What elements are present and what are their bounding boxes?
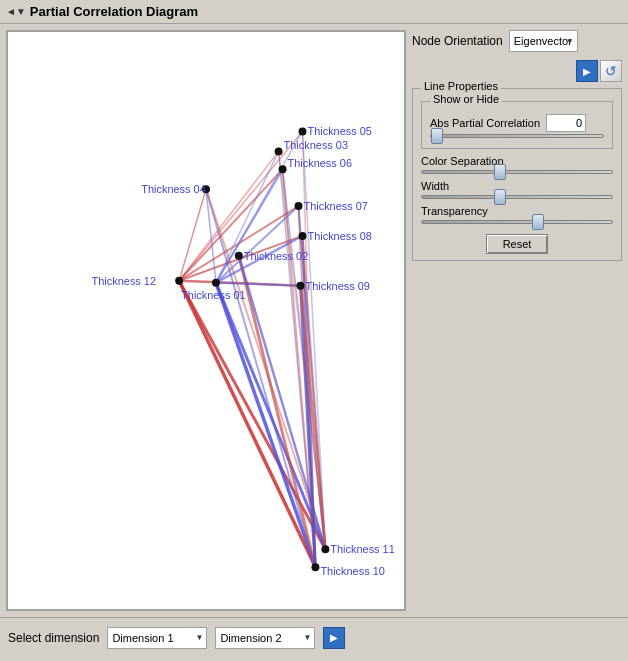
transparency-thumb[interactable]: [532, 214, 544, 230]
svg-text:Thickness 10: Thickness 10: [320, 565, 384, 577]
svg-text:Thickness 08: Thickness 08: [307, 230, 371, 242]
orientation-arrow-button[interactable]: ▶: [576, 60, 598, 82]
svg-text:Thickness 04: Thickness 04: [141, 183, 205, 195]
dim2-select[interactable]: Dimension 1 Dimension 2 Dimension 3: [215, 627, 315, 649]
top-right-buttons: ▶ ↺: [412, 60, 622, 82]
svg-text:Thickness 07: Thickness 07: [303, 200, 367, 212]
arrow-icon: ▶: [583, 66, 591, 77]
svg-point-43: [297, 282, 305, 290]
svg-point-39: [299, 232, 307, 240]
svg-point-41: [175, 277, 183, 285]
title-bar: ◄▼ Partial Correlation Diagram: [0, 0, 628, 24]
abs-partial-correlation-row: Abs Partial Correlation: [430, 114, 604, 132]
color-separation-track: [421, 170, 613, 174]
svg-text:Thickness 12: Thickness 12: [92, 275, 156, 287]
svg-text:Thickness 11: Thickness 11: [330, 543, 394, 555]
dim2-select-wrapper[interactable]: Dimension 1 Dimension 2 Dimension 3: [215, 627, 315, 649]
right-panel: Node Orientation Eigenvector Circle Manu…: [412, 30, 622, 611]
width-track: [421, 195, 613, 199]
window-title: Partial Correlation Diagram: [30, 4, 198, 19]
svg-text:Thickness 05: Thickness 05: [307, 125, 371, 137]
transparency-label: Transparency: [421, 205, 613, 217]
svg-text:Thickness 06: Thickness 06: [288, 157, 352, 169]
show-or-hide-label: Show or Hide: [430, 93, 502, 105]
bottom-bar: Select dimension Dimension 1 Dimension 2…: [0, 617, 628, 657]
reset-button[interactable]: Reset: [486, 234, 549, 254]
svg-point-44: [321, 545, 329, 553]
dim-arrow-icon: ▶: [330, 632, 338, 643]
line-properties-label: Line Properties: [421, 80, 501, 92]
svg-point-38: [295, 202, 303, 210]
width-thumb[interactable]: [494, 189, 506, 205]
refresh-icon: ↺: [605, 63, 617, 79]
dim1-select-wrapper[interactable]: Dimension 1 Dimension 2 Dimension 3: [107, 627, 207, 649]
abs-partial-correlation-label: Abs Partial Correlation: [430, 117, 540, 129]
abs-partial-correlation-track: [430, 134, 604, 138]
svg-point-36: [279, 165, 287, 173]
svg-line-12: [216, 151, 279, 282]
color-separation-slider[interactable]: [421, 170, 613, 174]
diagram-svg: Thickness 05 Thickness 03 Thickness 06 T…: [8, 32, 404, 609]
svg-point-35: [275, 147, 283, 155]
line-properties-group: Line Properties Show or Hide Abs Partial…: [412, 88, 622, 261]
transparency-slider[interactable]: [421, 220, 613, 224]
svg-point-34: [299, 128, 307, 136]
svg-point-42: [212, 279, 220, 287]
svg-text:Thickness 09: Thickness 09: [305, 280, 369, 292]
show-or-hide-group: Show or Hide Abs Partial Correlation: [421, 101, 613, 149]
node-orientation-select[interactable]: Eigenvector Circle Manual: [509, 30, 578, 52]
dim1-select[interactable]: Dimension 1 Dimension 2 Dimension 3: [107, 627, 207, 649]
svg-text:Thickness 01: Thickness 01: [181, 289, 245, 301]
abs-partial-correlation-thumb[interactable]: [431, 128, 443, 144]
svg-point-45: [311, 563, 319, 571]
abs-partial-correlation-slider[interactable]: [430, 134, 604, 138]
main-content: Thickness 05 Thickness 03 Thickness 06 T…: [0, 24, 628, 617]
width-slider[interactable]: [421, 195, 613, 199]
select-dimension-label: Select dimension: [8, 631, 99, 645]
svg-text:Thickness 02: Thickness 02: [244, 250, 308, 262]
node-orientation-select-wrapper[interactable]: Eigenvector Circle Manual: [509, 30, 578, 52]
color-separation-label: Color Separation: [421, 155, 613, 167]
width-label: Width: [421, 180, 613, 192]
svg-point-40: [235, 252, 243, 260]
collapse-icon[interactable]: ◄▼: [6, 6, 26, 17]
diagram-container: Thickness 05 Thickness 03 Thickness 06 T…: [6, 30, 406, 611]
transparency-track: [421, 220, 613, 224]
abs-partial-correlation-input[interactable]: [546, 114, 586, 132]
svg-text:Thickness 03: Thickness 03: [284, 139, 348, 151]
dim-arrow-button[interactable]: ▶: [323, 627, 345, 649]
node-orientation-row: Node Orientation Eigenvector Circle Manu…: [412, 30, 622, 52]
color-separation-thumb[interactable]: [494, 164, 506, 180]
refresh-button[interactable]: ↺: [600, 60, 622, 82]
node-orientation-label: Node Orientation: [412, 34, 503, 48]
